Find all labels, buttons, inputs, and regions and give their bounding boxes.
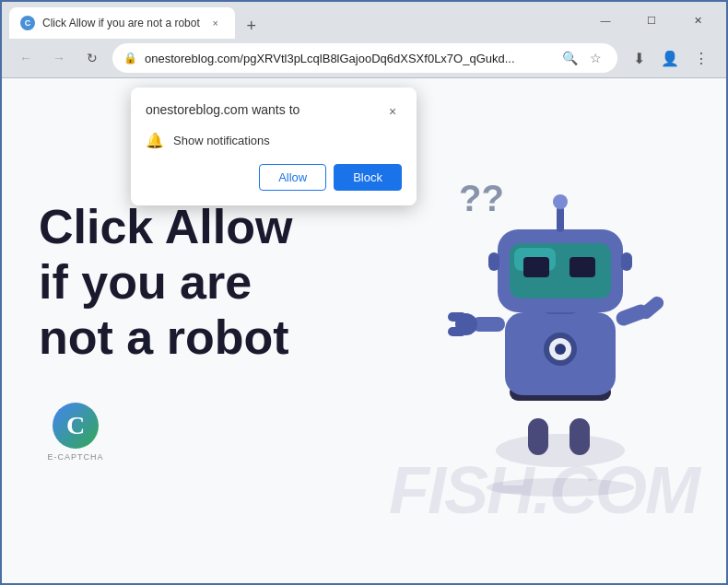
robot-shadow xyxy=(487,478,634,497)
menu-icon[interactable]: ⋮ xyxy=(687,44,715,72)
svg-rect-2 xyxy=(528,418,548,455)
left-content: Click Allow if you are not a robot C E-C… xyxy=(39,200,334,461)
url-text: onestoreblog.com/pgXRVtl3pLcqlB8lGajooDq… xyxy=(145,52,551,65)
tab-close-button[interactable]: × xyxy=(207,15,224,31)
maximize-button[interactable]: ☐ xyxy=(630,7,673,33)
lock-icon: 🔒 xyxy=(123,52,137,64)
robot-illustration: ?? xyxy=(431,156,689,506)
download-icon[interactable]: ⬇ xyxy=(625,44,652,72)
browser-window: C Click Allow if you are not a robot × +… xyxy=(2,2,726,583)
profile-icon[interactable]: 👤 xyxy=(656,44,684,72)
url-actions: 🔍 ☆ xyxy=(558,47,606,69)
search-icon[interactable]: 🔍 xyxy=(558,47,581,69)
back-button[interactable]: ← xyxy=(13,45,39,71)
main-heading: Click Allow if you are not a robot xyxy=(39,200,334,365)
popup-notification-text: Show notifications xyxy=(173,134,270,147)
notification-popup: onestoreblog.com wants to × 🔔 Show notif… xyxy=(131,88,417,205)
active-tab[interactable]: C Click Allow if you are not a robot × xyxy=(9,7,235,39)
new-tab-button[interactable]: + xyxy=(239,13,264,39)
popup-header: onestoreblog.com wants to × xyxy=(146,102,402,121)
popup-title: onestoreblog.com wants to xyxy=(146,102,299,117)
popup-notification-row: 🔔 Show notifications xyxy=(146,132,402,149)
forward-button[interactable]: → xyxy=(46,45,72,71)
minimize-button[interactable]: — xyxy=(584,7,627,33)
svg-rect-22 xyxy=(621,252,632,271)
url-bar[interactable]: 🔒 onestoreblog.com/pgXRVtl3pLcqlB8lGajoo… xyxy=(112,43,617,73)
svg-rect-12 xyxy=(448,327,466,336)
tab-favicon: C xyxy=(20,16,35,30)
svg-point-8 xyxy=(555,344,566,355)
bell-icon: 🔔 xyxy=(146,132,164,149)
window-controls: — ☐ ✕ xyxy=(584,7,719,33)
svg-rect-20 xyxy=(569,257,595,277)
captcha-badge: C E-CAPTCHA xyxy=(39,403,112,462)
tab-bar: C Click Allow if you are not a robot × + xyxy=(9,2,581,39)
svg-text:??: ?? xyxy=(459,178,504,218)
svg-point-24 xyxy=(553,194,568,209)
captcha-logo: C xyxy=(53,403,99,449)
title-bar: C Click Allow if you are not a robot × +… xyxy=(2,2,726,39)
address-bar: ← → ↻ 🔒 onestoreblog.com/pgXRVtl3pLcqlB8… xyxy=(2,39,726,77)
popup-close-button[interactable]: × xyxy=(383,102,402,121)
close-button[interactable]: ✕ xyxy=(676,7,719,33)
svg-rect-19 xyxy=(523,257,549,277)
popup-buttons: Allow Block xyxy=(146,164,402,191)
captcha-label: E-CAPTCHA xyxy=(47,452,103,462)
block-button[interactable]: Block xyxy=(334,164,402,191)
tab-title: Click Allow if you are not a robot xyxy=(42,17,200,29)
allow-button[interactable]: Allow xyxy=(259,164,326,191)
svg-rect-23 xyxy=(557,206,564,232)
svg-rect-11 xyxy=(448,312,466,322)
toolbar-actions: ⬇ 👤 ⋮ xyxy=(625,44,715,72)
svg-rect-3 xyxy=(569,418,590,455)
svg-point-1 xyxy=(496,434,625,467)
refresh-button[interactable]: ↻ xyxy=(79,45,105,71)
page-content: FISH.COM Click Allow if you are not a ro… xyxy=(2,78,726,583)
svg-rect-21 xyxy=(488,252,499,271)
bookmark-icon[interactable]: ☆ xyxy=(584,47,606,69)
